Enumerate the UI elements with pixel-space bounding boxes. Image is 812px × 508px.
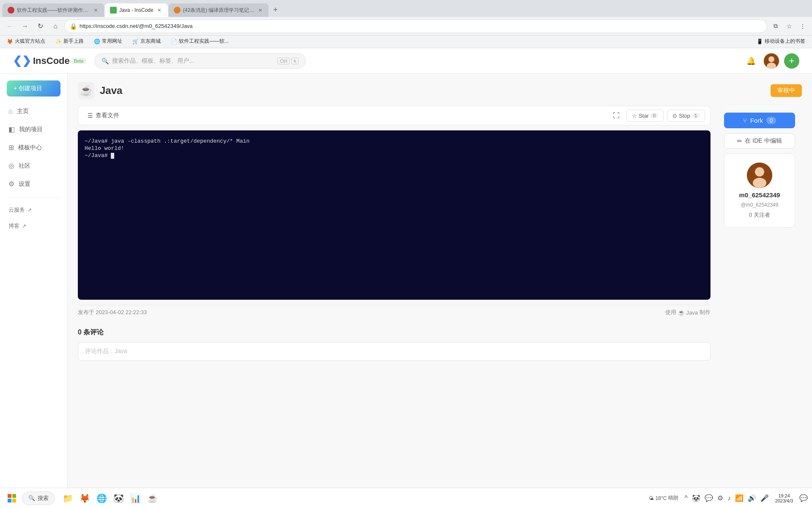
comment-input[interactable]: 评论作品：Java bbox=[78, 342, 710, 361]
menu-icon: ☰ bbox=[88, 112, 93, 119]
content-area: ☕ Java 审核中 ☰ 查看文件 ⛶ bbox=[68, 74, 812, 508]
taskbar-search[interactable]: 🔍 搜索 bbox=[22, 491, 55, 505]
tab-title-2: Java - InsCode bbox=[119, 7, 154, 13]
sidebar-item-templates-label: 模板中心 bbox=[18, 144, 42, 152]
bookmark-label: 移动设备上的书签 bbox=[765, 38, 805, 45]
create-project-button[interactable]: + 创建项目 bbox=[7, 80, 60, 97]
new-tab-button[interactable]: + bbox=[269, 4, 281, 16]
tray-mic-icon[interactable]: 🎤 bbox=[760, 493, 770, 503]
bookmark-label: 新手上路 bbox=[63, 38, 84, 45]
bookmark-mobile[interactable]: 📱 移动设备上的书签 bbox=[753, 37, 809, 46]
address-text: https://inscode.csdn.net/@m0_62542349/Ja… bbox=[80, 23, 762, 29]
notification-panel[interactable]: 💬 bbox=[798, 493, 809, 503]
bookmark-se[interactable]: 📄 软件工程实践——软... bbox=[167, 37, 232, 46]
logo-icon: ❮❯ bbox=[13, 54, 31, 67]
tab-close-3[interactable]: ✕ bbox=[257, 7, 263, 14]
sidebar-item-settings[interactable]: ⚙ 设置 bbox=[0, 176, 67, 192]
windows-icon bbox=[8, 494, 16, 502]
edit-ide-button[interactable]: ✏ 在 IDE 中编辑 bbox=[724, 133, 795, 149]
clock-area[interactable]: 19:24 2023/4/3 bbox=[771, 493, 797, 503]
edit-label: 在 IDE 中编辑 bbox=[745, 137, 782, 145]
sidebar-link-cloud[interactable]: 云服务 ↗ bbox=[0, 203, 67, 217]
notification-bell[interactable]: 🔔 bbox=[743, 53, 759, 69]
start-button[interactable] bbox=[3, 490, 20, 507]
right-panel: ⑂ Fork 0 ✏ 在 IDE 中编辑 m0_6254234 bbox=[717, 106, 802, 361]
page-body: ❮❯ InsCode Beta 🔍 搜索作品、模板、标签、用户... Ctrl … bbox=[0, 48, 812, 508]
bookmark-icon: 📄 bbox=[171, 39, 177, 44]
project-toolbar: ☰ 查看文件 ⛶ ☆ Star 0 ⊙ bbox=[78, 106, 710, 125]
terminal-line-1: ~/Java# java -classpath .:target/depende… bbox=[85, 138, 704, 144]
logo-text: InsCode bbox=[33, 55, 70, 66]
tab-close-2[interactable]: ✕ bbox=[156, 7, 163, 14]
weather-area: 🌤 18°C 晴朗 bbox=[645, 494, 682, 502]
tray-wifi-icon[interactable]: 📶 bbox=[734, 493, 744, 503]
ctrl-key: Ctrl bbox=[277, 58, 290, 64]
logo: ❮❯ InsCode Beta bbox=[13, 54, 86, 67]
tab-3[interactable]: (42条消息) 编译原理学习笔记… ✕ bbox=[169, 3, 269, 17]
taskbar: 🔍 搜索 📁 🦊 🌐 🐼 📊 ☕ 🌤 18°C 晴朗 ^ 🐼 💬 ⚙ ♪ 📶 🔊… bbox=[0, 488, 812, 508]
comment-title: 条评论 bbox=[83, 329, 104, 336]
settings-button[interactable]: ⋮ bbox=[797, 20, 809, 32]
user-handle: @m0_62542349 bbox=[741, 202, 779, 208]
tab-2[interactable]: Java - InsCode ✕ bbox=[105, 3, 168, 17]
taskbar-app4[interactable]: 🐼 bbox=[111, 491, 126, 506]
bookmark-newbie[interactable]: ✨ 新手上路 bbox=[52, 37, 87, 46]
bookmark-firefox[interactable]: 🦊 火狐官方站点 bbox=[3, 37, 49, 46]
k-key: k bbox=[291, 58, 299, 64]
search-label: 搜索 bbox=[38, 494, 49, 502]
stop-count: 1 bbox=[692, 113, 700, 118]
stop-label: Stop bbox=[679, 113, 690, 119]
sidebar-item-community-label: 社区 bbox=[19, 162, 30, 170]
tab-1[interactable]: 软件工程实践——软件评测作业... ✕ bbox=[3, 3, 104, 17]
made-with-suffix: 制作 bbox=[700, 309, 710, 316]
sys-tray: ^ 🐼 💬 ⚙ ♪ 📶 🔊 🎤 bbox=[683, 493, 770, 503]
project-meta: 发布于 2023-04-02 22:22:33 使用 ☕ Java 制作 bbox=[78, 305, 710, 320]
tab-close-1[interactable]: ✕ bbox=[92, 7, 99, 14]
search-bar[interactable]: 🔍 搜索作品、模板、标签、用户... Ctrl k bbox=[94, 53, 306, 69]
tray-panda-icon[interactable]: 🐼 bbox=[691, 493, 701, 503]
expand-button[interactable]: ⛶ bbox=[609, 109, 623, 122]
star-button[interactable]: ☆ Star 0 bbox=[626, 110, 664, 122]
search-icon: 🔍 bbox=[28, 495, 35, 501]
tray-chat-icon[interactable]: 💬 bbox=[704, 493, 714, 503]
extensions-button[interactable]: ⧉ bbox=[770, 20, 782, 32]
sidebar-link-blog[interactable]: 博客 ↗ bbox=[0, 219, 67, 233]
sidebar-item-home[interactable]: ⌂ 主页 bbox=[0, 103, 67, 119]
stop-button[interactable]: ⊙ Stop 1 bbox=[667, 110, 705, 122]
tab-favicon-3 bbox=[174, 7, 181, 14]
taskbar-powerpoint[interactable]: 📊 bbox=[128, 491, 143, 506]
sidebar-item-community[interactable]: ◎ 社区 bbox=[0, 157, 67, 174]
sidebar-item-templates[interactable]: ⊞ 模板中心 bbox=[0, 139, 67, 156]
taskbar-java[interactable]: ☕ bbox=[145, 491, 160, 506]
sidebar-item-projects[interactable]: ◧ 我的项目 bbox=[0, 121, 67, 138]
add-project-button[interactable]: + bbox=[784, 53, 799, 69]
review-badge: 审核中 bbox=[771, 84, 802, 97]
bookmark-button[interactable]: ☆ bbox=[783, 20, 795, 32]
forward-button[interactable]: → bbox=[19, 20, 31, 33]
bookmark-common[interactable]: 🌐 常用网址 bbox=[91, 37, 126, 46]
tray-music-icon[interactable]: ♪ bbox=[727, 494, 732, 503]
user-avatar[interactable] bbox=[747, 163, 772, 188]
files-label: 查看文件 bbox=[96, 112, 119, 119]
taskbar-explorer[interactable]: 📁 bbox=[60, 491, 75, 506]
taskbar-firefox[interactable]: 🦊 bbox=[77, 491, 92, 506]
taskbar-edge[interactable]: 🌐 bbox=[94, 491, 109, 506]
address-bar[interactable]: 🔒 https://inscode.csdn.net/@m0_62542349/… bbox=[64, 19, 767, 33]
content-wrapper: ☰ 查看文件 ⛶ ☆ Star 0 ⊙ bbox=[78, 106, 802, 361]
taskbar-right: 🌤 18°C 晴朗 ^ 🐼 💬 ⚙ ♪ 📶 🔊 🎤 19:24 2023/4/3… bbox=[645, 493, 809, 503]
tray-volume-icon[interactable]: 🔊 bbox=[747, 493, 757, 503]
comments-title: 0 条评论 bbox=[78, 328, 710, 337]
browser-tabs: 软件工程实践——软件评测作业... ✕ Java - InsCode ✕ (42… bbox=[0, 0, 812, 17]
refresh-button[interactable]: ↻ bbox=[34, 20, 47, 33]
home-button[interactable]: ⌂ bbox=[49, 20, 62, 33]
tray-up-icon[interactable]: ^ bbox=[683, 494, 689, 503]
fork-button[interactable]: ⑂ Fork 0 bbox=[724, 113, 795, 128]
main-content: + 创建项目 ⌂ 主页 ◧ 我的项目 ⊞ 模板中心 ◎ 社区 ⚙ 设置 bbox=[0, 74, 812, 508]
back-button[interactable]: ← bbox=[3, 20, 16, 33]
files-button[interactable]: ☰ 查看文件 bbox=[83, 109, 123, 122]
search-shortcut: Ctrl k bbox=[277, 58, 299, 64]
user-avatar-header[interactable] bbox=[764, 53, 779, 69]
external-link-icon-2: ↗ bbox=[22, 223, 26, 229]
bookmark-jd[interactable]: 🛒 京东商城 bbox=[129, 37, 164, 46]
tray-settings-icon[interactable]: ⚙ bbox=[716, 493, 724, 503]
